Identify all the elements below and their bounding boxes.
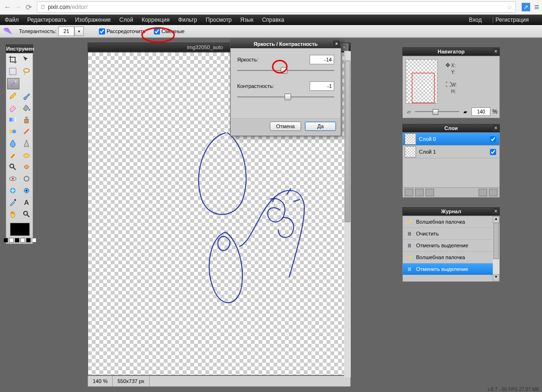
eraser-tool[interactable] (7, 103, 18, 113)
svg-point-12 (24, 176, 29, 181)
reload-button[interactable]: ⟳ (24, 2, 33, 12)
svg-rect-0 (9, 68, 16, 75)
navigator-close-icon[interactable]: × (493, 48, 499, 54)
navigator-thumbnail[interactable] (406, 59, 438, 104)
browser-menu-icon[interactable]: ≡ (534, 2, 539, 12)
zoom-slider[interactable] (415, 109, 459, 114)
layer-visibility-checkbox[interactable] (490, 136, 496, 142)
history-item[interactable]: ✨Волшебная палочка (403, 216, 493, 228)
menu-image[interactable]: Изображение (75, 17, 111, 23)
svg-point-18 (24, 211, 27, 215)
layer-item[interactable]: Слой 1 (403, 146, 499, 158)
foreground-color[interactable] (10, 223, 30, 236)
history-scrollbar[interactable]: ▲▼ (493, 216, 499, 281)
new-layer-icon[interactable] (479, 189, 487, 196)
navigator-info: ✥X:Y: ⛶W:H: (445, 62, 457, 95)
pencil-tool[interactable] (7, 91, 18, 101)
tolerance-label: Толерантность: (19, 28, 56, 34)
tolerance-dropdown[interactable]: ▾ (74, 26, 84, 36)
menu-file[interactable]: Файл (5, 17, 19, 23)
tools-panel-header[interactable]: Инструмен (6, 44, 33, 53)
history-item[interactable]: 🗎Очистить (403, 228, 493, 240)
layer-opacity-icon[interactable] (405, 189, 413, 196)
navigator-header[interactable]: Навигатор× (402, 47, 500, 56)
color-swatches[interactable] (7, 221, 32, 243)
smudge-tool[interactable] (7, 150, 18, 160)
forward-button[interactable]: → (13, 2, 23, 12)
layers-header[interactable]: Слои× (402, 124, 500, 132)
layer-style-icon[interactable] (426, 189, 434, 196)
history-item[interactable]: ✨Волшебная палочка (403, 252, 493, 263)
menu-language[interactable]: Язык (240, 17, 253, 23)
menu-adjustment[interactable]: Коррекция (142, 17, 169, 23)
zoom-in-icon[interactable]: ▰ (461, 109, 470, 114)
wand-tool[interactable] (7, 78, 19, 89)
register-link[interactable]: Регистрация (496, 17, 529, 23)
clone-tool[interactable] (21, 114, 32, 125)
svg-point-7 (12, 130, 16, 133)
history-header[interactable]: Журнал× (402, 207, 500, 216)
cancel-button[interactable]: Отмена (270, 122, 301, 131)
marquee-tool[interactable] (7, 66, 18, 77)
blur-tool[interactable] (7, 138, 18, 148)
layer-visibility-checkbox[interactable] (490, 149, 496, 155)
menu-filter[interactable]: Фильтр (178, 17, 197, 23)
ok-button[interactable]: Да (305, 122, 336, 131)
url-bar[interactable]: 🗋 pixlr.com /editor/ ☆ (37, 1, 516, 13)
layer-item[interactable]: Слой 0 (403, 133, 499, 146)
menu-help[interactable]: Справка (262, 17, 284, 23)
dodge-tool[interactable] (7, 162, 18, 172)
history-close-icon[interactable]: × (493, 208, 499, 214)
contiguous-checkbox[interactable] (99, 28, 105, 35)
brush-tool[interactable] (21, 91, 32, 101)
dialog-close-icon[interactable]: × (333, 41, 340, 47)
svg-point-2 (15, 80, 17, 82)
tolerance-input[interactable] (58, 26, 74, 36)
layer-name: Слой 0 (419, 136, 488, 142)
app-footer-stats: v.6.7 - 60 FPS 27.07 MB (488, 387, 539, 392)
adjacent-checkbox[interactable] (154, 28, 160, 35)
contrast-slider[interactable] (237, 94, 334, 100)
gradient-tool[interactable] (7, 114, 18, 125)
lasso-tool[interactable] (21, 66, 32, 77)
zoom-input[interactable] (471, 107, 490, 116)
delete-layer-icon[interactable] (489, 189, 498, 196)
layer-mask-icon[interactable] (415, 189, 424, 196)
bloat-tool[interactable] (7, 185, 18, 196)
sharpen-tool[interactable] (21, 138, 32, 148)
spot-tool[interactable] (21, 174, 32, 184)
bucket-tool[interactable] (21, 103, 32, 113)
layers-close-icon[interactable]: × (493, 125, 499, 131)
eyedropper-tool[interactable] (7, 197, 18, 208)
draw-tool[interactable] (21, 126, 32, 137)
menu-view[interactable]: Просмотр (206, 17, 232, 23)
canvas-scrollbar-v[interactable] (344, 51, 351, 377)
login-link[interactable]: Вход (469, 17, 482, 23)
dialog-title[interactable]: Яркость / Контрастность × (231, 40, 341, 48)
bookmark-icon[interactable]: ☆ (506, 3, 513, 11)
svg-rect-4 (9, 118, 16, 122)
menu-edit[interactable]: Редактировать (27, 17, 67, 23)
replace-color-tool[interactable] (7, 126, 18, 137)
redeye-tool[interactable] (7, 174, 18, 184)
doc-icon: 🗎 (406, 242, 413, 249)
back-button[interactable]: ← (3, 2, 12, 12)
brightness-slider[interactable] (237, 67, 334, 74)
history-item[interactable]: 🗎Отменить выделение (403, 240, 493, 252)
sponge-tool[interactable] (21, 150, 32, 160)
zoom-tool[interactable] (21, 209, 32, 219)
pinch-tool[interactable] (21, 185, 32, 196)
burn-tool[interactable] (21, 162, 32, 172)
zoom-out-icon[interactable]: ▱ (405, 109, 413, 114)
history-item[interactable]: 🗎Отменить выделение (403, 263, 493, 275)
zoom-readout[interactable]: 140 % (88, 376, 113, 386)
contrast-input[interactable] (310, 81, 334, 91)
crop-tool[interactable] (7, 54, 18, 65)
menu-layer[interactable]: Слой (119, 17, 133, 23)
hand-tool[interactable] (7, 209, 18, 219)
extension-icon[interactable]: ↗ (522, 3, 530, 11)
navigator-panel: Навигатор× ✥X:Y: ⛶W:H: ▱ ▰ % (402, 47, 500, 118)
type-tool[interactable]: A (21, 197, 32, 208)
brightness-input[interactable] (310, 55, 334, 64)
move-tool[interactable] (21, 54, 32, 65)
